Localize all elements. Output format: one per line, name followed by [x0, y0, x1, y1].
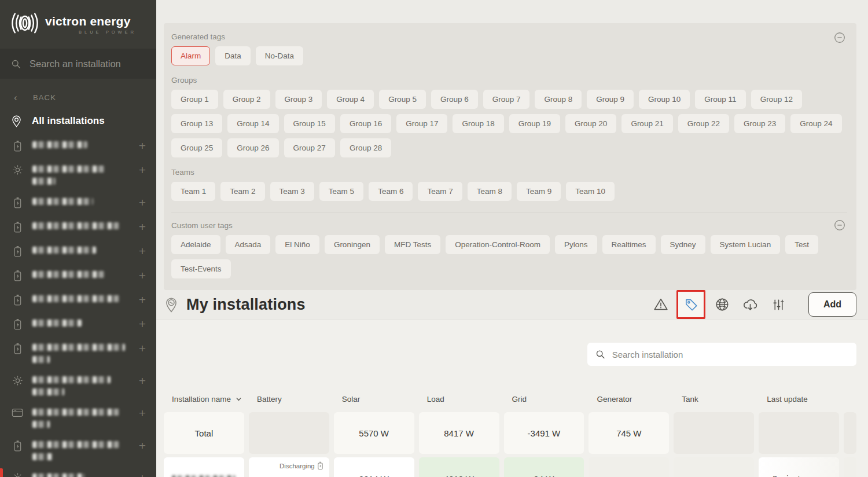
- custom-tag-chip[interactable]: System Lucian: [711, 235, 781, 254]
- sidebar-installation-item[interactable]: +: [0, 466, 156, 477]
- installation-search[interactable]: [587, 343, 856, 366]
- custom-tag-chip[interactable]: Adelaide: [171, 235, 220, 254]
- team-tag-chip[interactable]: Team 6: [369, 182, 413, 201]
- filters-button[interactable]: [769, 295, 789, 314]
- custom-tag-chip[interactable]: Groningen: [325, 235, 380, 254]
- add-to-group-plus-icon[interactable]: +: [139, 164, 146, 176]
- group-tag-chip[interactable]: Group 26: [227, 138, 278, 157]
- group-tag-chip[interactable]: Group 22: [678, 114, 729, 133]
- group-tag-chip[interactable]: Group 19: [509, 114, 560, 133]
- group-tag-chip[interactable]: Group 15: [284, 114, 335, 133]
- team-tag-chip[interactable]: Team 10: [566, 182, 615, 201]
- add-to-group-plus-icon[interactable]: +: [139, 375, 146, 387]
- add-to-group-plus-icon[interactable]: +: [139, 472, 146, 477]
- sidebar-installation-item[interactable]: +: [0, 369, 156, 401]
- group-tag-chip[interactable]: Group 5: [379, 90, 426, 109]
- sidebar-installation-item[interactable]: +: [0, 336, 156, 369]
- group-tag-chip[interactable]: Group 4: [327, 90, 374, 109]
- sidebar-item-all-installations[interactable]: All installations: [0, 105, 156, 134]
- sidebar-installation-item[interactable]: +: [0, 215, 156, 239]
- add-to-group-plus-icon[interactable]: +: [139, 269, 146, 281]
- last-update-cell[interactable]: 2 minutes ago: [759, 457, 839, 477]
- group-tag-chip[interactable]: Group 13: [171, 114, 222, 133]
- sidebar-installation-item[interactable]: +: [0, 134, 156, 158]
- group-tag-chip[interactable]: Group 10: [639, 90, 690, 109]
- group-tag-chip[interactable]: Group 23: [734, 114, 785, 133]
- sidebar-installation-item[interactable]: +: [0, 158, 156, 190]
- team-tag-chip[interactable]: Team 9: [517, 182, 561, 201]
- alarms-button[interactable]: [651, 295, 671, 314]
- column-header-installation-name[interactable]: Installation name: [164, 392, 244, 405]
- group-tag-chip[interactable]: Group 1: [171, 90, 218, 109]
- group-tag-chip[interactable]: Group 17: [396, 114, 447, 133]
- back-button[interactable]: ‹ BACK: [0, 79, 156, 105]
- custom-tag-chip[interactable]: El Niño: [275, 235, 319, 254]
- load-cell[interactable]: 4613 W: [419, 457, 499, 477]
- add-to-group-plus-icon[interactable]: +: [139, 221, 146, 233]
- sidebar-installation-item[interactable]: +: [0, 401, 156, 434]
- team-tag-chip[interactable]: Team 1: [171, 182, 215, 201]
- group-tag-chip[interactable]: Group 24: [790, 114, 841, 133]
- group-tag-chip[interactable]: Group 16: [340, 114, 391, 133]
- sidebar-search[interactable]: [0, 49, 156, 79]
- group-tag-chip[interactable]: Group 7: [483, 90, 530, 109]
- installation-search-input[interactable]: [612, 350, 849, 359]
- download-button[interactable]: [741, 295, 760, 314]
- column-header-grid[interactable]: Grid: [504, 392, 584, 405]
- custom-tag-chip[interactable]: Operation-Control-Room: [446, 235, 550, 254]
- add-installation-button[interactable]: Add: [808, 292, 856, 317]
- column-header-generator[interactable]: Generator: [589, 392, 669, 405]
- add-to-group-plus-icon[interactable]: +: [139, 245, 146, 257]
- group-tag-chip[interactable]: Group 11: [695, 90, 745, 109]
- sidebar-installation-item[interactable]: +: [0, 312, 156, 336]
- add-to-group-plus-icon[interactable]: +: [139, 439, 146, 452]
- group-tag-chip[interactable]: Group 6: [431, 90, 478, 109]
- generated-tag-chip[interactable]: Alarm: [171, 46, 210, 65]
- collapse-generated-tags-button[interactable]: [833, 31, 846, 44]
- generator-cell[interactable]: [589, 457, 669, 477]
- add-to-group-plus-icon[interactable]: +: [139, 140, 146, 152]
- custom-tag-chip[interactable]: Realtimes: [602, 235, 656, 254]
- group-tag-chip[interactable]: Group 8: [535, 90, 582, 109]
- column-header-battery[interactable]: Battery: [249, 392, 329, 405]
- sidebar-search-input[interactable]: [30, 58, 147, 69]
- team-tag-chip[interactable]: Team 8: [468, 182, 512, 201]
- sidebar-installation-item[interactable]: +: [0, 434, 156, 466]
- solar-cell[interactable]: 2214 W: [334, 457, 414, 477]
- add-to-group-plus-icon[interactable]: +: [139, 293, 146, 306]
- group-tag-chip[interactable]: Group 28: [340, 138, 391, 157]
- sidebar-installation-item[interactable]: +: [0, 288, 156, 312]
- add-to-group-plus-icon[interactable]: +: [139, 407, 146, 419]
- installation-name-cell[interactable]: [164, 457, 244, 477]
- collapse-custom-tags-button[interactable]: [833, 219, 846, 232]
- sidebar-installation-item[interactable]: +: [0, 263, 156, 288]
- group-tag-chip[interactable]: Group 18: [453, 114, 503, 133]
- grid-cell[interactable]: 94 W: [504, 457, 584, 477]
- group-tag-chip[interactable]: Group 21: [621, 114, 672, 133]
- custom-tag-chip[interactable]: Adsada: [226, 235, 271, 254]
- custom-tag-chip[interactable]: Test-Events: [171, 259, 231, 278]
- group-tag-chip[interactable]: Group 20: [565, 114, 616, 133]
- sidebar-installation-item[interactable]: +: [0, 239, 156, 263]
- team-tag-chip[interactable]: Team 7: [418, 182, 462, 201]
- group-tag-chip[interactable]: Group 27: [284, 138, 335, 157]
- column-header-load[interactable]: Load: [419, 392, 499, 405]
- map-view-button[interactable]: [712, 295, 732, 314]
- column-header-solar[interactable]: Solar: [334, 392, 414, 405]
- group-tag-chip[interactable]: Group 12: [751, 90, 802, 109]
- custom-tag-chip[interactable]: Pylons: [555, 235, 597, 254]
- team-tag-chip[interactable]: Team 5: [319, 182, 363, 201]
- sidebar-installation-item[interactable]: +: [0, 190, 156, 215]
- custom-tag-chip[interactable]: MFD Tests: [385, 235, 440, 254]
- column-header-last-update[interactable]: Last update: [759, 392, 839, 405]
- group-tag-chip[interactable]: Group 9: [587, 90, 634, 109]
- tags-button-highlighted[interactable]: [676, 290, 705, 319]
- tank-cell[interactable]: [674, 457, 754, 477]
- add-to-group-plus-icon[interactable]: +: [139, 342, 146, 354]
- team-tag-chip[interactable]: Team 2: [220, 182, 264, 201]
- group-tag-chip[interactable]: Group 25: [171, 138, 222, 157]
- custom-tag-chip[interactable]: Test: [785, 235, 818, 254]
- generated-tag-chip[interactable]: Data: [215, 46, 251, 65]
- column-header-tank[interactable]: Tank: [674, 392, 754, 405]
- team-tag-chip[interactable]: Team 3: [270, 182, 314, 201]
